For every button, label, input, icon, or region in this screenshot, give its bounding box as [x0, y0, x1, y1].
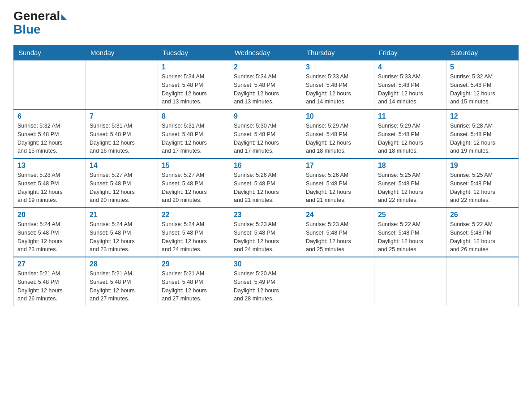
day-number: 8 — [162, 112, 226, 120]
calendar-cell: 16Sunrise: 5:26 AMSunset: 5:48 PMDayligh… — [230, 158, 302, 208]
day-number: 1 — [162, 63, 226, 71]
day-number: 6 — [17, 112, 82, 120]
weekday-header-monday: Monday — [86, 45, 158, 60]
day-info: Sunrise: 5:24 AMSunset: 5:48 PMDaylight:… — [162, 220, 226, 254]
calendar-cell: 4Sunrise: 5:33 AMSunset: 5:48 PMDaylight… — [374, 60, 446, 110]
day-number: 26 — [450, 211, 515, 219]
day-number: 27 — [17, 260, 82, 268]
week-row-5: 27Sunrise: 5:21 AMSunset: 5:48 PMDayligh… — [14, 257, 519, 306]
day-info: Sunrise: 5:33 AMSunset: 5:48 PMDaylight:… — [378, 73, 442, 106]
logo-general-text: General — [13, 9, 60, 23]
day-number: 22 — [162, 211, 226, 219]
weekday-header-saturday: Saturday — [446, 45, 518, 60]
calendar-cell: 3Sunrise: 5:33 AMSunset: 5:48 PMDaylight… — [302, 60, 374, 110]
day-info: Sunrise: 5:25 AMSunset: 5:48 PMDaylight:… — [450, 171, 515, 205]
calendar-cell: 24Sunrise: 5:23 AMSunset: 5:48 PMDayligh… — [302, 208, 374, 257]
day-number: 24 — [306, 211, 370, 219]
day-number: 17 — [306, 162, 370, 170]
day-number: 12 — [450, 112, 515, 120]
day-number: 10 — [306, 112, 370, 120]
day-number: 3 — [306, 63, 370, 71]
day-info: Sunrise: 5:23 AMSunset: 5:48 PMDaylight:… — [306, 220, 370, 254]
day-number: 14 — [90, 162, 154, 170]
day-number: 7 — [90, 112, 154, 120]
day-info: Sunrise: 5:21 AMSunset: 5:48 PMDaylight:… — [90, 270, 154, 303]
calendar-cell: 30Sunrise: 5:20 AMSunset: 5:49 PMDayligh… — [230, 257, 302, 306]
day-number: 5 — [450, 63, 515, 71]
calendar-cell: 2Sunrise: 5:34 AMSunset: 5:48 PMDaylight… — [230, 60, 302, 110]
week-row-1: 1Sunrise: 5:34 AMSunset: 5:48 PMDaylight… — [14, 60, 519, 110]
day-number: 9 — [234, 112, 298, 120]
day-info: Sunrise: 5:32 AMSunset: 5:48 PMDaylight:… — [450, 73, 515, 106]
calendar-cell: 22Sunrise: 5:24 AMSunset: 5:48 PMDayligh… — [158, 208, 230, 257]
calendar-cell: 14Sunrise: 5:27 AMSunset: 5:48 PMDayligh… — [86, 158, 158, 208]
logo-arrow-icon — [61, 14, 67, 20]
calendar-cell: 6Sunrise: 5:32 AMSunset: 5:48 PMDaylight… — [14, 109, 86, 158]
day-number: 19 — [450, 162, 515, 170]
page-header: General Blue — [13, 9, 519, 37]
calendar-cell: 21Sunrise: 5:24 AMSunset: 5:48 PMDayligh… — [86, 208, 158, 257]
calendar-cell: 23Sunrise: 5:23 AMSunset: 5:48 PMDayligh… — [230, 208, 302, 257]
day-number: 13 — [17, 162, 82, 170]
calendar-cell: 9Sunrise: 5:30 AMSunset: 5:48 PMDaylight… — [230, 109, 302, 158]
calendar-cell: 27Sunrise: 5:21 AMSunset: 5:48 PMDayligh… — [14, 257, 86, 306]
day-number: 25 — [378, 211, 442, 219]
calendar-cell: 1Sunrise: 5:34 AMSunset: 5:48 PMDaylight… — [158, 60, 230, 110]
day-info: Sunrise: 5:33 AMSunset: 5:48 PMDaylight:… — [306, 73, 370, 106]
calendar-cell: 20Sunrise: 5:24 AMSunset: 5:48 PMDayligh… — [14, 208, 86, 257]
day-number: 16 — [234, 162, 298, 170]
weekday-header-tuesday: Tuesday — [158, 45, 230, 60]
day-info: Sunrise: 5:26 AMSunset: 5:48 PMDaylight:… — [234, 171, 298, 205]
calendar-cell: 10Sunrise: 5:29 AMSunset: 5:48 PMDayligh… — [302, 109, 374, 158]
weekday-header-wednesday: Wednesday — [230, 45, 302, 60]
day-number: 28 — [90, 260, 154, 268]
day-info: Sunrise: 5:31 AMSunset: 5:48 PMDaylight:… — [90, 122, 154, 155]
day-info: Sunrise: 5:21 AMSunset: 5:48 PMDaylight:… — [17, 270, 82, 303]
logo-bottom-row: Blue — [13, 22, 41, 37]
calendar-cell: 29Sunrise: 5:21 AMSunset: 5:48 PMDayligh… — [158, 257, 230, 306]
day-info: Sunrise: 5:30 AMSunset: 5:48 PMDaylight:… — [234, 122, 298, 155]
day-info: Sunrise: 5:34 AMSunset: 5:48 PMDaylight:… — [162, 73, 226, 106]
calendar-cell — [374, 257, 446, 306]
day-info: Sunrise: 5:28 AMSunset: 5:48 PMDaylight:… — [17, 171, 82, 205]
day-number: 21 — [90, 211, 154, 219]
calendar-cell: 11Sunrise: 5:29 AMSunset: 5:48 PMDayligh… — [374, 109, 446, 158]
calendar-cell: 25Sunrise: 5:22 AMSunset: 5:48 PMDayligh… — [374, 208, 446, 257]
calendar-cell: 18Sunrise: 5:25 AMSunset: 5:48 PMDayligh… — [374, 158, 446, 208]
day-number: 2 — [234, 63, 298, 71]
day-info: Sunrise: 5:27 AMSunset: 5:48 PMDaylight:… — [162, 171, 226, 205]
logo-blue-word: Blue — [13, 22, 41, 36]
day-number: 30 — [234, 260, 298, 268]
calendar-cell: 26Sunrise: 5:22 AMSunset: 5:48 PMDayligh… — [446, 208, 518, 257]
calendar-cell — [446, 257, 518, 306]
weekday-header-sunday: Sunday — [14, 45, 86, 60]
logo: General Blue — [13, 9, 67, 37]
calendar-cell: 28Sunrise: 5:21 AMSunset: 5:48 PMDayligh… — [86, 257, 158, 306]
calendar-cell — [86, 60, 158, 110]
day-info: Sunrise: 5:24 AMSunset: 5:48 PMDaylight:… — [17, 220, 82, 254]
calendar-cell: 12Sunrise: 5:28 AMSunset: 5:48 PMDayligh… — [446, 109, 518, 158]
weekday-header-friday: Friday — [374, 45, 446, 60]
day-info: Sunrise: 5:32 AMSunset: 5:48 PMDaylight:… — [17, 122, 82, 155]
day-info: Sunrise: 5:23 AMSunset: 5:48 PMDaylight:… — [234, 220, 298, 254]
day-number: 20 — [17, 211, 82, 219]
logo-top: General — [13, 9, 67, 23]
calendar-cell: 19Sunrise: 5:25 AMSunset: 5:48 PMDayligh… — [446, 158, 518, 208]
week-row-3: 13Sunrise: 5:28 AMSunset: 5:48 PMDayligh… — [14, 158, 519, 208]
day-info: Sunrise: 5:21 AMSunset: 5:48 PMDaylight:… — [162, 270, 226, 303]
day-info: Sunrise: 5:25 AMSunset: 5:48 PMDaylight:… — [378, 171, 442, 205]
calendar-cell: 13Sunrise: 5:28 AMSunset: 5:48 PMDayligh… — [14, 158, 86, 208]
day-info: Sunrise: 5:29 AMSunset: 5:48 PMDaylight:… — [306, 122, 370, 155]
day-number: 4 — [378, 63, 442, 71]
day-number: 11 — [378, 112, 442, 120]
day-info: Sunrise: 5:22 AMSunset: 5:48 PMDaylight:… — [378, 220, 442, 254]
day-info: Sunrise: 5:29 AMSunset: 5:48 PMDaylight:… — [378, 122, 442, 155]
day-number: 18 — [378, 162, 442, 170]
calendar-table: SundayMondayTuesdayWednesdayThursdayFrid… — [13, 45, 519, 306]
calendar-cell — [302, 257, 374, 306]
calendar-cell: 15Sunrise: 5:27 AMSunset: 5:48 PMDayligh… — [158, 158, 230, 208]
day-info: Sunrise: 5:26 AMSunset: 5:48 PMDaylight:… — [306, 171, 370, 205]
day-number: 15 — [162, 162, 226, 170]
calendar-cell: 8Sunrise: 5:31 AMSunset: 5:48 PMDaylight… — [158, 109, 230, 158]
calendar-cell: 5Sunrise: 5:32 AMSunset: 5:48 PMDaylight… — [446, 60, 518, 110]
